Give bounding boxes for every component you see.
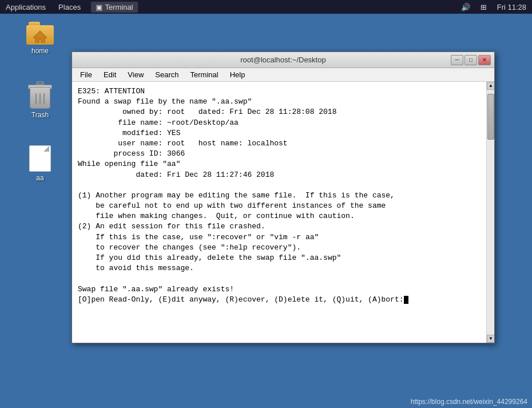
close-button[interactable]: ✕ (478, 55, 491, 65)
trash-icon (28, 81, 52, 109)
terminal-tab-label: Terminal (105, 3, 133, 11)
places-menu[interactable]: Places (56, 2, 83, 13)
svg-marker-0 (33, 31, 47, 42)
menu-help[interactable]: Help (224, 69, 251, 80)
file-icon (28, 144, 52, 172)
folder-icon (26, 22, 54, 45)
aa-file-icon[interactable]: aa (17, 142, 63, 184)
trash-desktop-icon[interactable]: Trash (17, 79, 63, 121)
aa-label: aa (36, 174, 43, 182)
top-panel: Applications Places ▣ Terminal 🔊 ⊞ Fri 1… (0, 0, 532, 14)
top-panel-left: Applications Places ▣ Terminal (3, 2, 138, 13)
home-label: home (31, 47, 49, 55)
terminal-window: root@localhost:~/Desktop ─ □ ✕ File Edit… (72, 52, 495, 343)
network-icon[interactable]: ⊞ (478, 2, 489, 13)
status-bar: https://blog.csdn.net/weixin_44299264 (406, 395, 532, 408)
volume-icon[interactable]: 🔊 (459, 2, 473, 13)
applications-menu[interactable]: Applications (3, 2, 48, 13)
terminal-output: E325: ATTENTION Found a swap file by the… (78, 86, 489, 305)
menu-terminal[interactable]: Terminal (185, 69, 224, 80)
terminal-title: root@localhost:~/Desktop (116, 56, 451, 64)
terminal-scrollbar[interactable]: ▲ ▼ (486, 82, 494, 343)
maximize-button[interactable]: □ (464, 55, 477, 65)
terminal-titlebar: root@localhost:~/Desktop ─ □ ✕ (72, 52, 494, 68)
window-controls: ─ □ ✕ (451, 55, 491, 65)
clock: Fri 11:28 (495, 2, 529, 13)
scroll-down-button[interactable]: ▼ (487, 335, 494, 343)
minimize-button[interactable]: ─ (451, 55, 463, 65)
menu-edit[interactable]: Edit (98, 69, 122, 80)
menu-view[interactable]: View (122, 69, 149, 80)
trash-label: Trash (31, 111, 49, 119)
terminal-content[interactable]: E325: ATTENTION Found a swap file by the… (72, 82, 494, 343)
menu-search[interactable]: Search (149, 69, 184, 80)
terminal-tab[interactable]: ▣ Terminal (91, 2, 137, 13)
top-panel-right: 🔊 ⊞ Fri 11:28 (459, 2, 529, 13)
url-text: https://blog.csdn.net/weixin_44299264 (411, 398, 527, 406)
scroll-up-button[interactable]: ▲ (487, 82, 494, 90)
home-icon[interactable]: home (17, 19, 63, 57)
cursor (404, 296, 408, 304)
scroll-thumb[interactable] (487, 94, 494, 140)
terminal-menubar: File Edit View Search Terminal Help (72, 68, 494, 82)
terminal-icon: ▣ (96, 3, 102, 11)
menu-file[interactable]: File (74, 69, 98, 80)
